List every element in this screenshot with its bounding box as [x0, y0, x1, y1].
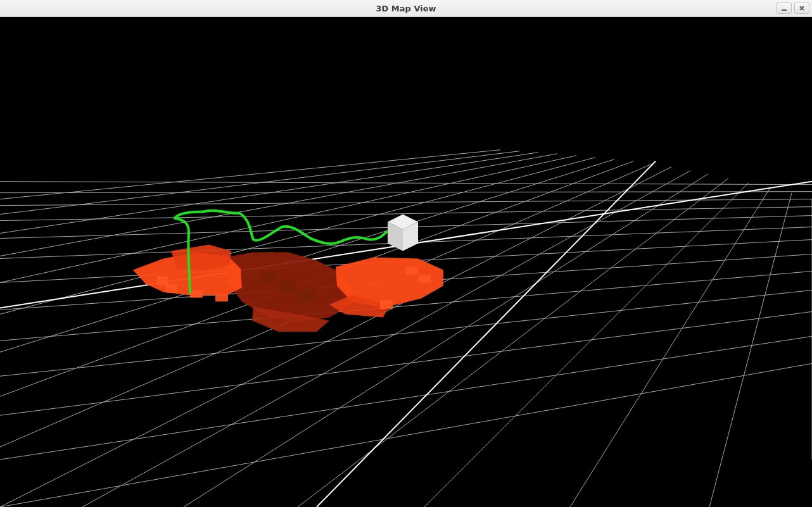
svg-rect-3: [157, 276, 168, 285]
close-button[interactable]: [794, 3, 809, 14]
close-icon: [799, 5, 805, 11]
svg-rect-5: [190, 290, 203, 297]
minimize-button[interactable]: [777, 3, 792, 14]
svg-rect-4: [166, 284, 177, 292]
svg-rect-9: [380, 300, 393, 309]
svg-rect-10: [260, 270, 276, 282]
svg-rect-0: [782, 9, 787, 11]
scene-svg: [0, 17, 812, 507]
window-title: 3D Map View: [0, 4, 812, 13]
minimize-icon: [781, 5, 787, 11]
titlebar[interactable]: 3D Map View: [0, 0, 812, 17]
svg-rect-11: [279, 279, 296, 292]
svg-rect-12: [298, 289, 315, 301]
viewport-3d[interactable]: [0, 17, 812, 507]
map-view-window: 3D Map View: [0, 0, 812, 507]
svg-rect-8: [418, 275, 431, 282]
svg-rect-6: [215, 294, 228, 301]
svg-rect-7: [405, 266, 418, 274]
window-controls: [774, 3, 812, 14]
pose-cube: [388, 215, 418, 251]
